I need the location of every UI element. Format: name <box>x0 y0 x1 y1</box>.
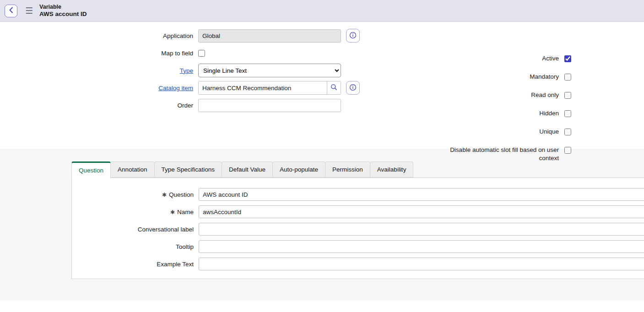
page-title: AWS account ID <box>39 11 87 18</box>
question-row: ✱Question <box>72 186 644 203</box>
tab-label: Permission <box>332 166 363 173</box>
conversational-label-label: Conversational label <box>72 226 194 233</box>
required-icon: ✱ <box>170 209 175 215</box>
read-only-label: Read only <box>531 91 559 99</box>
application-row: Application <box>0 27 644 44</box>
application-input[interactable] <box>198 29 341 43</box>
bottom-strip <box>0 301 644 312</box>
active-label: Active <box>542 54 559 63</box>
catalog-item-label-link[interactable]: Catalog item <box>158 85 193 91</box>
example-text-input[interactable] <box>199 258 644 270</box>
unique-row: Unique <box>420 123 571 141</box>
tooltip-row: Tooltip <box>72 238 644 255</box>
info-icon <box>349 84 357 92</box>
name-input[interactable] <box>199 205 644 218</box>
catalog-item-info-button[interactable] <box>346 81 360 95</box>
name-label: Name <box>177 209 194 215</box>
tab-default-value[interactable]: Default Value <box>222 161 273 178</box>
info-icon <box>349 32 357 40</box>
header-titles: Variable AWS account ID <box>39 4 87 18</box>
catalog-item-search-button[interactable] <box>327 81 341 94</box>
unique-checkbox[interactable] <box>564 129 571 135</box>
hidden-label: Hidden <box>539 109 559 118</box>
tab-question[interactable]: Question <box>71 161 111 178</box>
disable-slot-fill-row: Disable automatic slot fill based on use… <box>420 141 571 163</box>
tab-label: Question <box>79 167 103 174</box>
context-menu-icon[interactable]: ☰ <box>25 6 33 15</box>
mandatory-row: Mandatory <box>420 68 571 86</box>
hidden-checkbox[interactable] <box>564 110 571 117</box>
search-icon <box>330 84 337 92</box>
mandatory-label: Mandatory <box>530 73 559 81</box>
conversational-label-input[interactable] <box>199 223 644 236</box>
application-info-button[interactable] <box>346 29 360 43</box>
type-select[interactable]: Single Line Text <box>198 64 341 77</box>
record-type: Variable <box>39 4 87 11</box>
tab-permission[interactable]: Permission <box>325 161 370 178</box>
name-row: ✱Name <box>72 203 644 221</box>
active-row: Active <box>420 49 571 68</box>
tab-type-specifications[interactable]: Type Specifications <box>154 161 222 178</box>
required-icon: ✱ <box>162 192 167 198</box>
tab-label: Type Specifications <box>162 166 215 173</box>
tab-label: Annotation <box>118 166 147 173</box>
example-text-row: Example Text <box>72 255 644 273</box>
form-right-column: Active Mandatory Read only Hidden Unique… <box>420 49 571 163</box>
tabs-section: Question Annotation Type Specifications … <box>0 149 644 301</box>
read-only-row: Read only <box>420 86 571 104</box>
header: ☰ Variable AWS account ID <box>0 0 644 22</box>
tab-availability[interactable]: Availability <box>370 161 414 178</box>
question-input[interactable] <box>199 188 644 201</box>
tab-bar: Question Annotation Type Specifications … <box>71 161 644 178</box>
type-label-link[interactable]: Type <box>180 67 193 74</box>
back-button[interactable] <box>5 5 17 17</box>
hidden-row: Hidden <box>420 104 571 123</box>
conversational-label-row: Conversational label <box>72 221 644 238</box>
map-to-field-label: Map to field <box>0 50 193 57</box>
question-label: Question <box>169 191 194 198</box>
disable-slot-fill-checkbox[interactable] <box>564 147 571 154</box>
tooltip-input[interactable] <box>199 240 644 253</box>
order-label: Order <box>0 102 193 109</box>
mandatory-checkbox[interactable] <box>564 74 571 81</box>
disable-slot-fill-label: Disable automatic slot fill based on use… <box>447 146 559 162</box>
map-to-field-checkbox[interactable] <box>198 50 205 57</box>
catalog-item-input[interactable] <box>199 81 327 94</box>
application-label: Application <box>0 32 193 39</box>
tab-label: Default Value <box>229 166 265 173</box>
question-tab-panel: ✱Question ✱Name Conversational label Too… <box>71 178 644 279</box>
form-area: Application Map to field Type Single Lin… <box>0 22 644 149</box>
active-checkbox[interactable] <box>564 55 571 62</box>
example-text-label: Example Text <box>72 261 194 268</box>
unique-label: Unique <box>539 128 559 136</box>
chevron-left-icon <box>9 7 13 15</box>
tab-label: Availability <box>377 166 406 173</box>
tooltip-label: Tooltip <box>72 243 194 250</box>
catalog-item-input-group <box>198 81 341 95</box>
tab-annotation[interactable]: Annotation <box>110 161 155 178</box>
read-only-checkbox[interactable] <box>564 92 571 99</box>
tab-auto-populate[interactable]: Auto-populate <box>272 161 325 178</box>
order-input[interactable] <box>198 99 341 112</box>
tab-label: Auto-populate <box>280 166 318 173</box>
